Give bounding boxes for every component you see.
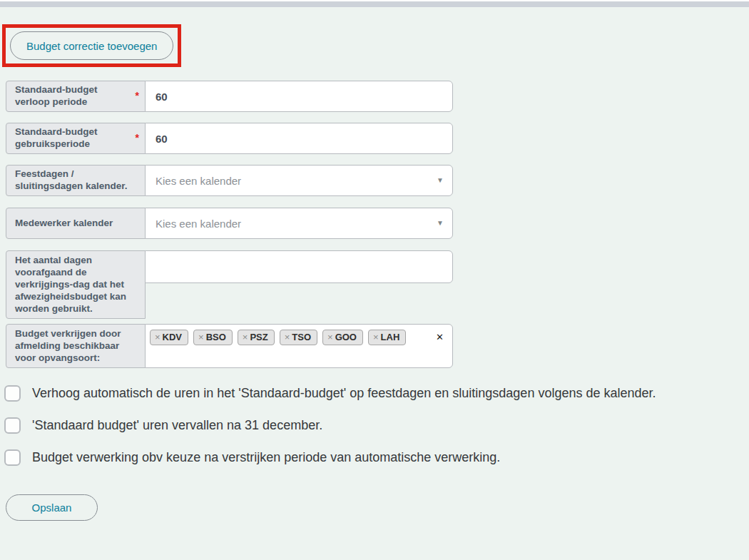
budget-verwerking-checkbox[interactable] [4, 449, 21, 466]
checkbox-label: Verhoog automatisch de uren in het 'Stan… [32, 386, 656, 401]
tag-chip-goo[interactable]: × GOO [322, 330, 363, 345]
remove-tag-icon[interactable]: × [373, 332, 379, 342]
uren-vervallen-checkbox[interactable] [4, 417, 21, 434]
select-placeholder-text: Kies een kalender [156, 175, 241, 187]
select-placeholder-text: Kies een kalender [156, 218, 241, 230]
checkbox-group: Verhoog automatisch de uren in het 'Stan… [6, 385, 749, 466]
red-highlight-box: Budget correctie toevoegen [2, 24, 181, 67]
field-label-text: Medewerker kalender [15, 218, 139, 230]
form-row-medewerker-kalender: Medewerker kalender Kies een kalender ▼ [6, 208, 453, 239]
form-row-opvangsoort: Budget verkrijgen door afmelding beschik… [6, 324, 453, 368]
field-label: Feestdagen / sluitingsdagen kalender. [6, 165, 146, 196]
gebruiksperiode-input[interactable] [156, 133, 444, 145]
form-rows: Standaard-budget verloop periode * Stand… [6, 81, 749, 368]
feestdagen-kalender-select[interactable]: Kies een kalender ▼ [145, 165, 453, 196]
input-wrapper [145, 250, 453, 283]
form-row-aantal-dagen: Het aantal dagen voorafgaand de verkrijg… [6, 250, 453, 319]
tag-chip-psz[interactable]: × PSZ [238, 330, 275, 345]
input-wrapper [145, 123, 453, 154]
tag-label: TSO [292, 332, 311, 342]
field-label-text: Standaard-budget gebruiksperiode [15, 126, 133, 151]
field-label: Het aantal dagen voorafgaand de verkrijg… [6, 250, 146, 319]
checkbox-label: Budget verwerking obv keuze na verstrijk… [32, 450, 500, 465]
field-label-text: Budget verkrijgen door afmelding beschik… [15, 328, 139, 365]
verloop-periode-input[interactable] [156, 91, 444, 103]
remove-tag-icon[interactable]: × [155, 332, 160, 342]
clear-all-tags-icon[interactable]: ✕ [436, 330, 444, 342]
verhoog-uren-checkbox[interactable] [4, 385, 21, 402]
form-row-verloop-periode: Standaard-budget verloop periode * [6, 81, 453, 112]
footer-actions: Opslaan [6, 494, 749, 521]
field-label: Standaard-budget verloop periode * [6, 81, 146, 112]
checkbox-row-verhoog-uren: Verhoog automatisch de uren in het 'Stan… [6, 385, 749, 402]
aantal-dagen-input[interactable] [156, 261, 444, 273]
remove-tag-icon[interactable]: × [327, 332, 333, 342]
field-label-text: Het aantal dagen voorafgaand de verkrijg… [15, 255, 139, 315]
checkbox-row-budget-verwerking: Budget verwerking obv keuze na verstrijk… [6, 449, 749, 466]
tag-chip-bso[interactable]: × BSO [193, 330, 233, 345]
chevron-down-icon: ▼ [437, 220, 444, 227]
save-button[interactable]: Opslaan [6, 494, 98, 521]
medewerker-kalender-select[interactable]: Kies een kalender ▼ [145, 208, 453, 239]
field-label: Budget verkrijgen door afmelding beschik… [6, 324, 146, 368]
tag-label: KDV [163, 332, 182, 342]
field-label-text: Standaard-budget verloop periode [15, 84, 133, 108]
field-label: Medewerker kalender [6, 208, 146, 239]
chevron-down-icon: ▼ [437, 177, 444, 184]
required-asterisk: * [136, 132, 139, 145]
tag-chip-tso[interactable]: × TSO [280, 330, 317, 345]
top-progress-bar [0, 1, 749, 7]
tag-chip-lah[interactable]: × LAH [368, 330, 406, 345]
field-label: Standaard-budget gebruiksperiode * [6, 123, 146, 154]
add-budget-correction-button[interactable]: Budget correctie toevoegen [10, 31, 173, 60]
remove-tag-icon[interactable]: × [198, 332, 204, 342]
tag-label: BSO [206, 332, 226, 342]
required-asterisk: * [136, 90, 139, 103]
field-label-text: Feestdagen / sluitingsdagen kalender. [15, 168, 139, 193]
opvangsoort-multiselect[interactable]: × KDV × BSO × PSZ × TSO [145, 324, 453, 368]
tag-chip-list: × KDV × BSO × PSZ × TSO [150, 330, 436, 345]
tag-chip-kdv[interactable]: × KDV [150, 330, 188, 345]
tag-label: LAH [381, 332, 400, 342]
tag-label: PSZ [250, 332, 268, 342]
checkbox-label: 'Standaard budget' uren vervallen na 31 … [32, 418, 322, 433]
form-row-gebruiksperiode: Standaard-budget gebruiksperiode * [6, 123, 453, 154]
form-row-feestdagen-kalender: Feestdagen / sluitingsdagen kalender. Ki… [6, 165, 453, 196]
remove-tag-icon[interactable]: × [285, 332, 290, 342]
input-wrapper [145, 81, 453, 112]
remove-tag-icon[interactable]: × [243, 332, 248, 342]
settings-form: Budget correctie toevoegen Standaard-bud… [0, 7, 749, 521]
checkbox-row-uren-vervallen: 'Standaard budget' uren vervallen na 31 … [6, 417, 749, 434]
tag-label: GOO [335, 332, 357, 342]
